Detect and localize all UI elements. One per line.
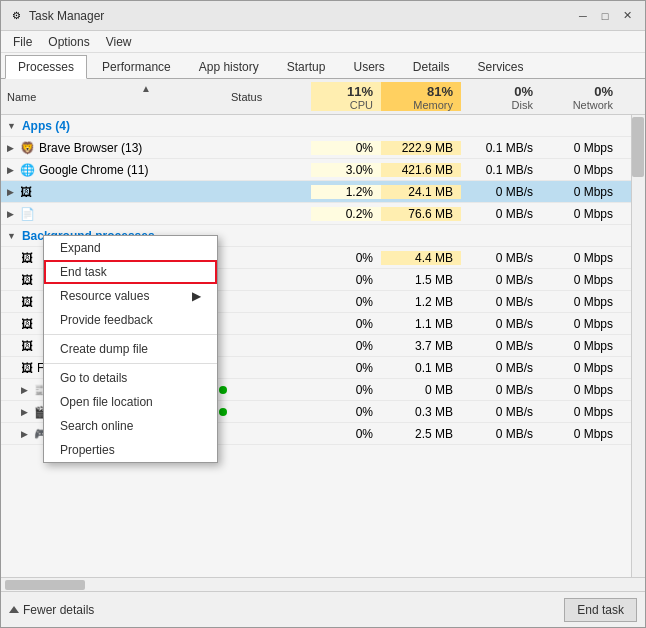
table-row[interactable]: ▶ 🦁 Brave Browser (13) 0% 222.9 MB 0.1 M… bbox=[1, 137, 645, 159]
table-row[interactable]: ▶ 🌐 Google Chrome (11) 3.0% 421.6 MB 0.1… bbox=[1, 159, 645, 181]
table-area: ▼ Apps (4) ▶ 🦁 Brave Browser (13) 0% 222… bbox=[1, 115, 645, 577]
tab-app-history[interactable]: App history bbox=[186, 55, 272, 78]
app-icon: ⚙ bbox=[9, 9, 23, 23]
col-header-memory[interactable]: 81% Memory bbox=[381, 82, 461, 111]
col-header-network[interactable]: 0% Network bbox=[541, 82, 621, 111]
ctx-open-file-location[interactable]: Open file location bbox=[44, 390, 217, 414]
window-title: Task Manager bbox=[29, 9, 104, 23]
tabs-bar: Processes Performance App history Startu… bbox=[1, 53, 645, 79]
tab-details[interactable]: Details bbox=[400, 55, 463, 78]
sort-arrow: ▲ bbox=[141, 83, 151, 94]
context-menu: Expand End task Resource values ▶ Provid… bbox=[43, 235, 218, 463]
tab-users[interactable]: Users bbox=[340, 55, 397, 78]
menu-file[interactable]: File bbox=[5, 33, 40, 51]
table-header: ▲ Name Status 11% CPU 81% Memory 0% Disk… bbox=[1, 79, 645, 115]
menu-bar: File Options View bbox=[1, 31, 645, 53]
ctx-provide-feedback[interactable]: Provide feedback bbox=[44, 308, 217, 332]
title-bar-controls: ─ □ ✕ bbox=[573, 6, 637, 26]
task-manager-window: ⚙ Task Manager ─ □ ✕ File Options View P… bbox=[0, 0, 646, 628]
arrow-up-icon bbox=[9, 606, 19, 613]
tab-services[interactable]: Services bbox=[465, 55, 537, 78]
tab-processes[interactable]: Processes bbox=[5, 55, 87, 79]
end-task-button[interactable]: End task bbox=[564, 598, 637, 622]
table-row[interactable]: ▶ 🖼 1.2% 24.1 MB 0 MB/s 0 Mbps bbox=[1, 181, 645, 203]
ctx-search-online[interactable]: Search online bbox=[44, 414, 217, 438]
ctx-end-task[interactable]: End task bbox=[44, 260, 217, 284]
minimize-button[interactable]: ─ bbox=[573, 6, 593, 26]
ctx-go-to-details[interactable]: Go to details bbox=[44, 366, 217, 390]
ctx-expand[interactable]: Expand bbox=[44, 236, 217, 260]
scrollbar-vertical[interactable] bbox=[631, 115, 645, 577]
ctx-separator bbox=[44, 334, 217, 335]
tab-startup[interactable]: Startup bbox=[274, 55, 339, 78]
col-header-name[interactable]: Name bbox=[1, 91, 231, 103]
col-header-cpu[interactable]: 11% CPU bbox=[311, 82, 381, 111]
col-header-status[interactable]: Status bbox=[231, 91, 311, 103]
scrollbar-thumb[interactable] bbox=[632, 117, 644, 177]
green-dot bbox=[219, 386, 227, 394]
ctx-resource-values[interactable]: Resource values ▶ bbox=[44, 284, 217, 308]
tab-performance[interactable]: Performance bbox=[89, 55, 184, 78]
title-bar: ⚙ Task Manager ─ □ ✕ bbox=[1, 1, 645, 31]
scrollbar-horiz-thumb[interactable] bbox=[5, 580, 85, 590]
close-button[interactable]: ✕ bbox=[617, 6, 637, 26]
ctx-separator-2 bbox=[44, 363, 217, 364]
menu-options[interactable]: Options bbox=[40, 33, 97, 51]
apps-label: ▼ Apps (4) bbox=[1, 119, 231, 133]
green-dot bbox=[219, 408, 227, 416]
apps-section-header: ▼ Apps (4) bbox=[1, 115, 645, 137]
title-bar-left: ⚙ Task Manager bbox=[9, 9, 104, 23]
bottom-bar: Fewer details End task bbox=[1, 591, 645, 627]
col-header-disk[interactable]: 0% Disk bbox=[461, 82, 541, 111]
maximize-button[interactable]: □ bbox=[595, 6, 615, 26]
ctx-properties[interactable]: Properties bbox=[44, 438, 217, 462]
scrollbar-horizontal[interactable] bbox=[1, 577, 645, 591]
table-row[interactable]: ▶ 📄 0.2% 76.6 MB 0 MB/s 0 Mbps bbox=[1, 203, 645, 225]
ctx-create-dump[interactable]: Create dump file bbox=[44, 337, 217, 361]
submenu-arrow: ▶ bbox=[192, 289, 201, 303]
fewer-details-button[interactable]: Fewer details bbox=[9, 603, 94, 617]
menu-view[interactable]: View bbox=[98, 33, 140, 51]
